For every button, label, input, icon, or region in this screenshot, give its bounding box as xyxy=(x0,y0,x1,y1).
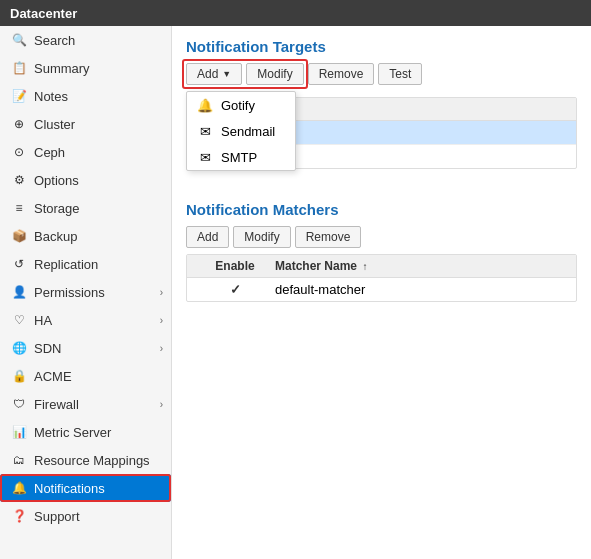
search-icon: 🔍 xyxy=(10,31,28,49)
sidebar-item-permissions[interactable]: 👤Permissions› xyxy=(0,278,171,306)
resource-mappings-icon: 🗂 xyxy=(10,451,28,469)
firewall-icon: 🛡 xyxy=(10,395,28,413)
remove-button-label: Remove xyxy=(319,67,364,81)
sidebar-item-label-options: Options xyxy=(34,173,163,188)
chevron-icon: › xyxy=(160,315,163,326)
backup-icon: 📦 xyxy=(10,227,28,245)
chevron-icon: › xyxy=(160,343,163,354)
sidebar-item-options[interactable]: ⚙Options xyxy=(0,166,171,194)
dropdown-item-smtp[interactable]: ✉ SMTP xyxy=(187,144,295,170)
sendmail-icon: ✉ xyxy=(197,123,213,139)
sidebar-item-label-sdn: SDN xyxy=(34,341,160,356)
ha-icon: ♡ xyxy=(10,311,28,329)
options-icon: ⚙ xyxy=(10,171,28,189)
matchers-col-enable: Enable xyxy=(195,259,275,273)
add-dropdown-arrow-icon: ▼ xyxy=(222,69,231,79)
sidebar-item-search[interactable]: 🔍Search xyxy=(0,26,171,54)
dropdown-item-sendmail[interactable]: ✉ Sendmail xyxy=(187,118,295,144)
chevron-icon: › xyxy=(160,399,163,410)
sidebar-item-notes[interactable]: 📝Notes xyxy=(0,82,171,110)
remove-button[interactable]: Remove xyxy=(308,63,375,85)
dropdown-item-smtp-label: SMTP xyxy=(221,150,257,165)
matcher-name-cell: default-matcher xyxy=(275,282,568,297)
sidebar-item-summary[interactable]: 📋Summary xyxy=(0,54,171,82)
cluster-icon: ⊕ xyxy=(10,115,28,133)
sidebar-item-cluster[interactable]: ⊕Cluster xyxy=(0,110,171,138)
notification-matchers-title: Notification Matchers xyxy=(186,201,577,218)
dropdown-item-gotify-label: Gotify xyxy=(221,98,255,113)
notification-targets-section: Notification Targets Add ▼ Modify xyxy=(186,38,577,169)
main-layout: 🔍Search📋Summary📝Notes⊕Cluster⊙Ceph⚙Optio… xyxy=(0,26,591,559)
sidebar-item-ceph[interactable]: ⊙Ceph xyxy=(0,138,171,166)
sidebar-item-metric-server[interactable]: 📊Metric Server xyxy=(0,418,171,446)
sidebar-item-label-metric-server: Metric Server xyxy=(34,425,163,440)
matchers-col-name: Matcher Name ↑ xyxy=(275,259,568,273)
add-dropdown-wrapper: Add ▼ Modify 🔔 Gotify xyxy=(186,63,304,85)
sidebar-item-label-cluster: Cluster xyxy=(34,117,163,132)
sidebar-item-acme[interactable]: 🔒ACME xyxy=(0,362,171,390)
modify-button-label: Modify xyxy=(257,67,292,81)
permissions-icon: 👤 xyxy=(10,283,28,301)
matchers-modify-button[interactable]: Modify xyxy=(233,226,290,248)
content-area: Notification Targets Add ▼ Modify xyxy=(172,26,591,559)
sidebar: 🔍Search📋Summary📝Notes⊕Cluster⊙Ceph⚙Optio… xyxy=(0,26,172,559)
notification-matchers-toolbar: Add Modify Remove xyxy=(186,226,577,248)
sidebar-item-backup[interactable]: 📦Backup xyxy=(0,222,171,250)
matchers-remove-button[interactable]: Remove xyxy=(295,226,362,248)
matchers-add-button[interactable]: Add xyxy=(186,226,229,248)
sidebar-item-support[interactable]: ❓Support xyxy=(0,502,171,530)
sidebar-item-label-notifications: Notifications xyxy=(34,481,163,496)
sidebar-item-storage[interactable]: ≡Storage xyxy=(0,194,171,222)
sidebar-item-label-replication: Replication xyxy=(34,257,163,272)
matchers-table-header: Enable Matcher Name ↑ xyxy=(187,255,576,278)
matcher-sort-arrow-icon: ↑ xyxy=(362,261,367,272)
summary-icon: 📋 xyxy=(10,59,28,77)
test-button[interactable]: Test xyxy=(378,63,422,85)
modify-button[interactable]: Modify xyxy=(246,63,303,85)
notification-matchers-table: Enable Matcher Name ↑ ✓ default-matcher xyxy=(186,254,577,302)
sidebar-item-firewall[interactable]: 🛡Firewall› xyxy=(0,390,171,418)
notification-matchers-section: Notification Matchers Add Modify Remove … xyxy=(186,201,577,302)
sidebar-item-label-ceph: Ceph xyxy=(34,145,163,160)
gotify-icon: 🔔 xyxy=(197,97,213,113)
matcher-enable-cell: ✓ xyxy=(195,282,275,297)
sdn-icon: 🌐 xyxy=(10,339,28,357)
sidebar-item-ha[interactable]: ♡HA› xyxy=(0,306,171,334)
sidebar-item-label-search: Search xyxy=(34,33,163,48)
dropdown-item-gotify[interactable]: 🔔 Gotify xyxy=(187,92,295,118)
support-icon: ❓ xyxy=(10,507,28,525)
matchers-add-label: Add xyxy=(197,230,218,244)
top-bar-title: Datacenter xyxy=(10,6,77,21)
replication-icon: ↺ xyxy=(10,255,28,273)
sidebar-item-label-permissions: Permissions xyxy=(34,285,160,300)
sidebar-item-label-ha: HA xyxy=(34,313,160,328)
ceph-icon: ⊙ xyxy=(10,143,28,161)
metric-server-icon: 📊 xyxy=(10,423,28,441)
table-row[interactable]: ✓ default-matcher xyxy=(187,278,576,301)
sidebar-item-label-backup: Backup xyxy=(34,229,163,244)
notes-icon: 📝 xyxy=(10,87,28,105)
sidebar-item-label-notes: Notes xyxy=(34,89,163,104)
sidebar-item-resource-mappings[interactable]: 🗂Resource Mappings xyxy=(0,446,171,474)
sidebar-item-notifications[interactable]: 🔔Notifications xyxy=(0,474,171,502)
storage-icon: ≡ xyxy=(10,199,28,217)
add-button[interactable]: Add ▼ xyxy=(186,63,242,85)
sidebar-item-label-firewall: Firewall xyxy=(34,397,160,412)
sidebar-item-label-storage: Storage xyxy=(34,201,163,216)
acme-icon: 🔒 xyxy=(10,367,28,385)
sidebar-item-label-support: Support xyxy=(34,509,163,524)
notifications-icon: 🔔 xyxy=(10,479,28,497)
smtp-icon: ✉ xyxy=(197,149,213,165)
sidebar-item-label-resource-mappings: Resource Mappings xyxy=(34,453,163,468)
matchers-modify-label: Modify xyxy=(244,230,279,244)
sidebar-item-label-acme: ACME xyxy=(34,369,163,384)
chevron-icon: › xyxy=(160,287,163,298)
dropdown-item-sendmail-label: Sendmail xyxy=(221,124,275,139)
test-button-label: Test xyxy=(389,67,411,81)
sidebar-item-sdn[interactable]: 🌐SDN› xyxy=(0,334,171,362)
add-button-label: Add xyxy=(197,67,218,81)
matchers-remove-label: Remove xyxy=(306,230,351,244)
top-bar: Datacenter xyxy=(0,0,591,26)
sidebar-item-replication[interactable]: ↺Replication xyxy=(0,250,171,278)
add-dropdown-menu: 🔔 Gotify ✉ Sendmail ✉ SMTP xyxy=(186,91,296,171)
